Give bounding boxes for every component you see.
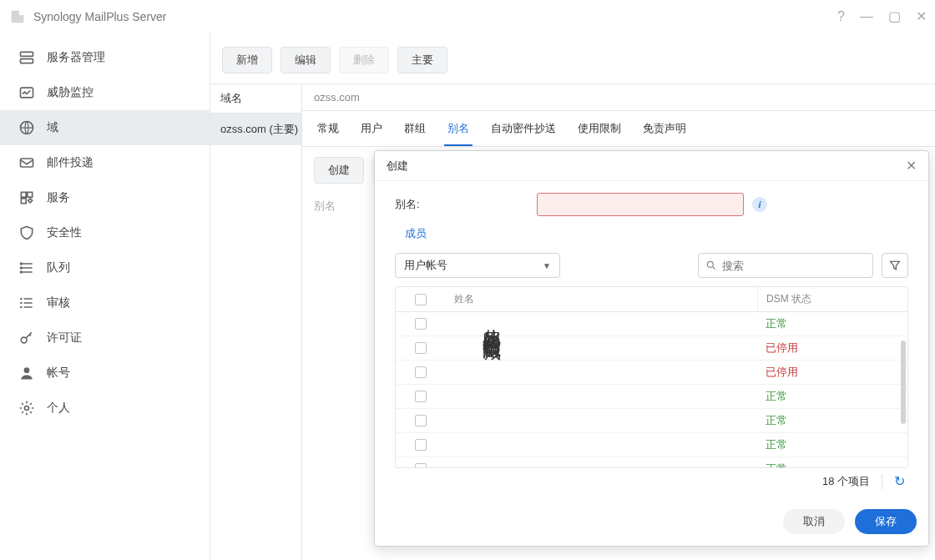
chevron-down-icon: ▼ bbox=[543, 261, 551, 270]
tab-disclaimer[interactable]: 免责声明 bbox=[639, 111, 690, 146]
sidebar-item-service[interactable]: 服务 bbox=[0, 180, 210, 215]
maximize-icon[interactable]: ▢ bbox=[888, 8, 901, 24]
row-checkbox[interactable] bbox=[415, 439, 427, 451]
sidebar-item-account[interactable]: 帐号 bbox=[0, 356, 210, 391]
row-checkbox[interactable] bbox=[415, 415, 427, 426]
domain-column-header: 域名 bbox=[210, 84, 301, 114]
svg-rect-5 bbox=[21, 192, 26, 197]
svg-point-11 bbox=[21, 337, 27, 343]
account-type-select[interactable]: 用户帐号 ▼ bbox=[395, 253, 560, 278]
shield-icon bbox=[18, 225, 35, 241]
alias-field-label: 别名: bbox=[395, 197, 537, 212]
apps-icon bbox=[18, 189, 35, 206]
divider bbox=[882, 474, 882, 489]
svg-rect-7 bbox=[21, 199, 26, 204]
table-footer: 18 个项目 ↻ bbox=[395, 468, 908, 494]
table-row[interactable]: 已停用 bbox=[396, 361, 907, 385]
create-alias-dialog: 创建 ✕ 别名: i 成员 用户帐号 ▼ 姓名 bbox=[374, 150, 929, 547]
sidebar-item-label: 服务 bbox=[47, 190, 70, 205]
detail-domain-title: ozss.com bbox=[302, 84, 935, 111]
svg-point-13 bbox=[25, 406, 29, 411]
filter-button[interactable] bbox=[882, 253, 908, 278]
sidebar: 服务器管理 威胁监控 域 邮件投递 服务 安全性 队列 审核 bbox=[0, 33, 210, 560]
sidebar-item-threat[interactable]: 威胁监控 bbox=[0, 75, 210, 110]
tab-alias[interactable]: 别名 bbox=[444, 111, 473, 146]
select-all-checkbox[interactable] bbox=[415, 294, 427, 305]
column-name[interactable]: 姓名 bbox=[446, 287, 757, 311]
table-scrollbar[interactable] bbox=[901, 341, 906, 424]
status-cell: 正常 bbox=[757, 389, 907, 404]
member-table-body[interactable]: 此处用户名已被隐藏 正常 已停用 已停用 正常 正常 正常 正常 bbox=[396, 312, 907, 467]
tab-autobcc[interactable]: 自动密件抄送 bbox=[488, 111, 559, 146]
member-search[interactable] bbox=[698, 253, 873, 278]
tab-user[interactable]: 用户 bbox=[357, 111, 386, 146]
svg-point-9 bbox=[20, 302, 23, 305]
sidebar-item-security[interactable]: 安全性 bbox=[0, 215, 210, 250]
svg-rect-6 bbox=[28, 192, 33, 197]
svg-point-14 bbox=[707, 261, 713, 267]
close-icon[interactable]: ✕ bbox=[906, 158, 917, 174]
row-checkbox[interactable] bbox=[415, 342, 427, 354]
table-row[interactable]: 已停用 bbox=[396, 336, 907, 361]
alias-name-input[interactable] bbox=[537, 193, 744, 216]
table-row[interactable]: 正常 bbox=[396, 433, 907, 457]
key-icon bbox=[18, 330, 35, 346]
tab-group[interactable]: 群组 bbox=[401, 111, 429, 146]
close-window-icon[interactable]: ✕ bbox=[916, 8, 927, 24]
main-toolbar: 新增 编辑 删除 主要 bbox=[210, 33, 935, 83]
members-link[interactable]: 成员 bbox=[395, 226, 908, 241]
row-checkbox[interactable] bbox=[415, 366, 427, 378]
user-icon bbox=[18, 365, 35, 381]
primary-button[interactable]: 主要 bbox=[397, 47, 447, 73]
item-count: 18 个项目 bbox=[822, 474, 870, 489]
tab-general[interactable]: 常规 bbox=[314, 111, 342, 146]
sidebar-item-label: 许可证 bbox=[47, 330, 82, 346]
sidebar-item-label: 个人 bbox=[47, 401, 70, 416]
help-icon[interactable]: ? bbox=[837, 9, 845, 24]
table-row[interactable]: 正常 bbox=[396, 385, 907, 409]
minimize-icon[interactable]: — bbox=[860, 9, 873, 24]
sidebar-item-license[interactable]: 许可证 bbox=[0, 320, 210, 356]
row-checkbox[interactable] bbox=[415, 463, 427, 467]
table-row[interactable]: 正常 bbox=[396, 409, 907, 433]
info-icon[interactable]: i bbox=[752, 197, 767, 212]
member-controls: 用户帐号 ▼ bbox=[395, 253, 908, 278]
search-icon bbox=[705, 260, 717, 271]
svg-point-8 bbox=[20, 298, 23, 300]
sidebar-item-label: 威胁监控 bbox=[47, 85, 94, 100]
edit-button[interactable]: 编辑 bbox=[280, 47, 331, 73]
sidebar-item-personal[interactable]: 个人 bbox=[0, 391, 210, 426]
filter-icon bbox=[888, 259, 902, 272]
refresh-icon[interactable]: ↻ bbox=[894, 473, 905, 489]
sidebar-item-label: 审核 bbox=[47, 295, 70, 310]
sidebar-item-domain[interactable]: 域 bbox=[0, 110, 210, 145]
status-cell: 正常 bbox=[757, 437, 907, 452]
sidebar-item-audit[interactable]: 审核 bbox=[0, 285, 210, 320]
delete-button: 删除 bbox=[339, 47, 389, 73]
sidebar-item-delivery[interactable]: 邮件投递 bbox=[0, 145, 210, 180]
tab-limits[interactable]: 使用限制 bbox=[574, 111, 624, 146]
add-button[interactable]: 新增 bbox=[222, 47, 272, 73]
cancel-button[interactable]: 取消 bbox=[783, 509, 845, 534]
row-checkbox[interactable] bbox=[415, 318, 427, 330]
table-row[interactable]: 正常 bbox=[396, 457, 907, 467]
table-row[interactable]: 正常 bbox=[396, 312, 907, 336]
save-button[interactable]: 保存 bbox=[855, 509, 917, 534]
column-status[interactable]: DSM 状态 bbox=[757, 287, 907, 311]
domain-item[interactable]: ozss.com (主要) bbox=[210, 114, 301, 145]
sidebar-item-server-mgmt[interactable]: 服务器管理 bbox=[0, 40, 210, 75]
status-cell: 正常 bbox=[757, 462, 907, 467]
sidebar-item-queue[interactable]: 队列 bbox=[0, 250, 210, 285]
svg-point-10 bbox=[20, 306, 23, 309]
dialog-header: 创建 ✕ bbox=[375, 151, 928, 181]
search-input[interactable] bbox=[722, 260, 866, 272]
create-alias-button[interactable]: 创建 bbox=[314, 157, 364, 184]
svg-rect-2 bbox=[21, 88, 33, 98]
app-title: Synology MailPlus Server bbox=[33, 10, 837, 23]
sidebar-item-label: 邮件投递 bbox=[47, 155, 94, 170]
row-checkbox[interactable] bbox=[415, 391, 427, 402]
window-controls: ? — ▢ ✕ bbox=[837, 8, 927, 24]
member-table-header: 姓名 DSM 状态 bbox=[396, 287, 907, 312]
detail-tabs: 常规 用户 群组 别名 自动密件抄送 使用限制 免责声明 bbox=[302, 111, 935, 147]
app-icon bbox=[8, 8, 27, 26]
